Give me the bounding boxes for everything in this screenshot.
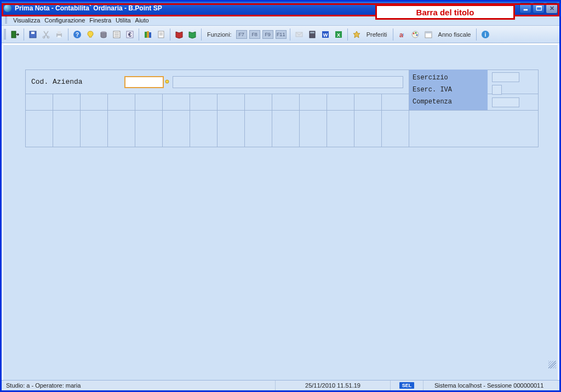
eserc-iva-label: Eserc. IVA	[413, 86, 484, 94]
svg-rect-20	[158, 31, 164, 38]
f11-key[interactable]: F11	[276, 30, 287, 39]
svg-text:i: i	[485, 32, 486, 38]
grid-cell[interactable]	[327, 111, 354, 147]
status-sel-pane: SEL	[391, 381, 423, 390]
mail-icon[interactable]	[294, 29, 305, 40]
anno-fiscale-label[interactable]: Anno fiscale	[438, 31, 471, 38]
svg-point-41	[165, 80, 169, 83]
grid-cell[interactable]	[245, 94, 272, 110]
grid-cell[interactable]	[190, 111, 217, 147]
svg-rect-18	[147, 31, 149, 38]
f9-key[interactable]: F9	[262, 30, 273, 39]
grid-cell[interactable]	[81, 111, 108, 147]
svg-text:€: €	[128, 31, 131, 38]
excel-icon[interactable]: X	[333, 29, 344, 40]
grid-row-2	[26, 111, 538, 147]
status-right-pane: Sistema localhost - Sessione 000000011	[423, 381, 559, 390]
cut-icon[interactable]	[41, 29, 51, 40]
separator	[476, 28, 477, 41]
grid-cell[interactable]	[327, 94, 354, 110]
grid-cell[interactable]	[217, 94, 245, 110]
word-icon[interactable]: W	[320, 29, 331, 40]
grid-cell[interactable]	[53, 111, 81, 147]
close-button[interactable]: ✕	[546, 3, 558, 14]
maximize-button[interactable]: 🗖	[533, 3, 545, 14]
toolbar: ? € Funzioni: F7 F8 F9 F11 W X Preferiti…	[2, 26, 559, 43]
svg-text:?: ?	[76, 32, 79, 38]
resize-grip-icon[interactable]	[548, 361, 556, 368]
sel-badge: SEL	[399, 382, 415, 389]
f8-key[interactable]: F8	[249, 30, 260, 39]
svg-rect-6	[58, 31, 61, 34]
menu-visualizza[interactable]: Visualizza	[13, 17, 40, 24]
euro-icon[interactable]: €	[124, 29, 135, 40]
esercizio-value	[492, 72, 519, 82]
menu-aiuto[interactable]: Aiuto	[135, 17, 149, 24]
grid-cell[interactable]	[382, 111, 409, 147]
separator	[290, 28, 290, 41]
database-icon[interactable]	[98, 29, 109, 40]
f7-key[interactable]: F7	[236, 30, 247, 39]
exit-icon[interactable]	[9, 29, 20, 40]
grid-cell[interactable]	[272, 111, 300, 147]
document-icon[interactable]	[156, 29, 167, 40]
grid-cell[interactable]	[163, 111, 190, 147]
book2-icon[interactable]	[187, 29, 198, 40]
menu-finestra[interactable]: Finestra	[89, 17, 111, 24]
cod-azienda-input[interactable]	[124, 76, 164, 88]
lookup-icon[interactable]	[164, 76, 171, 88]
separator	[170, 28, 170, 41]
eserc-iva-value	[492, 85, 502, 95]
grid-cell[interactable]	[272, 94, 300, 110]
esercizio-label: Esercizio	[413, 74, 484, 82]
grid-cell[interactable]	[135, 111, 163, 147]
grid-cell[interactable]	[245, 111, 272, 147]
grid-cell[interactable]	[217, 111, 245, 147]
grid-cell[interactable]	[190, 94, 217, 110]
grid-cell[interactable]	[81, 94, 108, 110]
svg-rect-0	[12, 31, 16, 38]
grid-cell[interactable]	[26, 111, 53, 147]
grid-cells	[26, 111, 409, 147]
grid-cell[interactable]	[26, 94, 53, 110]
save-icon[interactable]	[27, 29, 38, 40]
grid-cell[interactable]	[135, 94, 163, 110]
grid-cell[interactable]	[108, 111, 135, 147]
annotation-callout: Barra del titolo	[375, 4, 515, 20]
svg-rect-17	[145, 32, 147, 38]
print-icon[interactable]	[54, 29, 65, 40]
grid-cell[interactable]	[163, 94, 190, 110]
separator	[393, 28, 393, 41]
calendar-icon[interactable]	[423, 29, 434, 40]
grid-cell[interactable]	[300, 94, 327, 110]
calc-icon[interactable]	[307, 29, 318, 40]
font-icon[interactable]: aI	[397, 29, 408, 40]
book1-icon[interactable]	[174, 29, 185, 40]
svg-point-36	[416, 34, 417, 36]
grid-cell[interactable]	[382, 94, 409, 110]
svg-rect-19	[149, 32, 151, 38]
menu-utilita[interactable]: Utilita	[116, 17, 131, 24]
star-icon[interactable]	[351, 29, 362, 40]
status-bar: Studio: a - Operatore: maria 25/11/2010 …	[2, 380, 559, 390]
list-icon[interactable]	[111, 29, 122, 40]
preferiti-label[interactable]: Preferiti	[367, 31, 387, 38]
hint-icon[interactable]	[85, 29, 96, 40]
grid-cell[interactable]	[108, 94, 135, 110]
window-controls: 🗕 🗖 ✕	[519, 3, 558, 14]
grid-cells	[26, 94, 409, 110]
info-icon[interactable]: i	[480, 29, 491, 40]
grid-cell[interactable]	[53, 94, 81, 110]
menu-grip	[5, 16, 7, 24]
minimize-button[interactable]: 🗕	[519, 3, 531, 14]
menu-configurazione[interactable]: Configurazione	[44, 17, 85, 24]
status-session: Sistema localhost - Sessione 000000011	[434, 382, 543, 389]
grid-cell[interactable]	[300, 111, 327, 147]
palette-icon[interactable]	[410, 29, 421, 40]
grid-cell[interactable]	[354, 111, 382, 147]
grid-cell[interactable]	[354, 94, 382, 110]
status-left: Studio: a - Operatore: maria	[2, 381, 276, 390]
help-icon[interactable]: ?	[72, 29, 83, 40]
books-icon[interactable]	[142, 29, 153, 40]
svg-point-34	[413, 32, 414, 34]
